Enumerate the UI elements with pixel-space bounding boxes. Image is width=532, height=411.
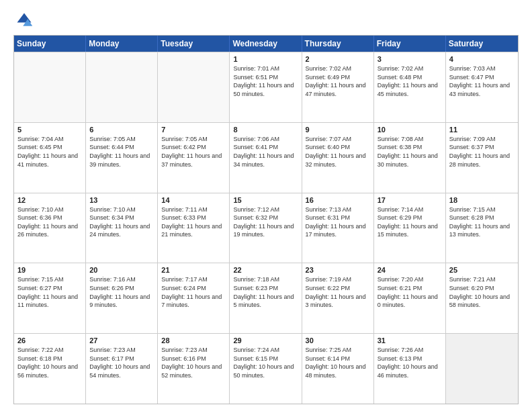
day-cell-1: 1Sunrise: 7:01 AMSunset: 6:51 PMDaylight… [230,52,302,122]
header-day-thursday: Thursday [302,36,374,52]
day-cell-20: 20Sunrise: 7:16 AMSunset: 6:26 PMDayligh… [86,263,158,333]
day-info: Sunrise: 7:05 AMSunset: 6:42 PMDaylight:… [161,135,226,169]
day-number: 24 [378,266,442,274]
page: SundayMondayTuesdayWednesdayThursdayFrid… [0,0,532,411]
day-info: Sunrise: 7:10 AMSunset: 6:34 PMDaylight:… [89,205,154,239]
day-number: 12 [17,196,82,204]
day-cell-4: 4Sunrise: 7:03 AMSunset: 6:47 PMDaylight… [446,52,518,122]
day-info: Sunrise: 7:18 AMSunset: 6:23 PMDaylight:… [233,275,298,309]
day-number: 7 [161,126,226,134]
day-cell-24: 24Sunrise: 7:20 AMSunset: 6:21 PMDayligh… [374,263,446,333]
day-number: 4 [449,55,515,63]
week-row-4: 19Sunrise: 7:15 AMSunset: 6:27 PMDayligh… [14,263,518,333]
day-cell-29: 29Sunrise: 7:24 AMSunset: 6:15 PMDayligh… [230,334,302,404]
day-info: Sunrise: 7:07 AMSunset: 6:40 PMDaylight:… [306,135,370,169]
day-number: 18 [449,196,515,204]
day-number: 28 [161,336,226,345]
day-number: 16 [306,196,370,204]
day-number: 31 [378,336,442,345]
day-info: Sunrise: 7:24 AMSunset: 6:15 PMDaylight:… [233,346,298,379]
day-cell-26: 26Sunrise: 7:22 AMSunset: 6:18 PMDayligh… [14,334,86,404]
day-cell-11: 11Sunrise: 7:09 AMSunset: 6:37 PMDayligh… [446,123,518,193]
day-info: Sunrise: 7:15 AMSunset: 6:27 PMDaylight:… [17,275,82,309]
day-number: 30 [306,336,370,345]
logo [13,11,34,30]
day-cell-8: 8Sunrise: 7:06 AMSunset: 6:41 PMDaylight… [230,123,302,193]
day-cell-16: 16Sunrise: 7:13 AMSunset: 6:31 PMDayligh… [302,193,374,263]
header-day-friday: Friday [374,36,446,52]
day-info: Sunrise: 7:12 AMSunset: 6:32 PMDaylight:… [233,205,298,239]
day-info: Sunrise: 7:02 AMSunset: 6:48 PMDaylight:… [378,64,442,98]
day-cell-31: 31Sunrise: 7:26 AMSunset: 6:13 PMDayligh… [374,334,446,404]
day-info: Sunrise: 7:26 AMSunset: 6:13 PMDaylight:… [378,346,442,379]
day-number: 27 [89,336,154,345]
day-number: 17 [378,196,442,204]
day-number: 25 [449,266,515,274]
day-cell-25: 25Sunrise: 7:21 AMSunset: 6:20 PMDayligh… [446,263,518,333]
day-number: 13 [89,196,154,204]
day-number: 10 [378,126,442,134]
day-number: 20 [89,266,154,274]
day-cell-14: 14Sunrise: 7:11 AMSunset: 6:33 PMDayligh… [158,193,230,263]
day-number: 19 [17,266,82,274]
day-info: Sunrise: 7:20 AMSunset: 6:21 PMDaylight:… [378,275,442,309]
day-number: 2 [306,55,370,63]
day-cell-13: 13Sunrise: 7:10 AMSunset: 6:34 PMDayligh… [86,193,158,263]
header-day-monday: Monday [86,36,158,52]
day-cell-10: 10Sunrise: 7:08 AMSunset: 6:38 PMDayligh… [374,123,446,193]
calendar: SundayMondayTuesdayWednesdayThursdayFrid… [13,35,519,404]
day-number: 1 [233,55,298,63]
day-cell-19: 19Sunrise: 7:15 AMSunset: 6:27 PMDayligh… [14,263,86,333]
day-cell-22: 22Sunrise: 7:18 AMSunset: 6:23 PMDayligh… [230,263,302,333]
day-info: Sunrise: 7:15 AMSunset: 6:28 PMDaylight:… [449,205,515,239]
day-info: Sunrise: 7:22 AMSunset: 6:18 PMDaylight:… [17,346,82,379]
empty-cell [86,52,158,122]
day-info: Sunrise: 7:17 AMSunset: 6:24 PMDaylight:… [161,275,226,309]
day-cell-15: 15Sunrise: 7:12 AMSunset: 6:32 PMDayligh… [230,193,302,263]
day-number: 26 [17,336,82,345]
day-number: 22 [233,266,298,274]
day-cell-23: 23Sunrise: 7:19 AMSunset: 6:22 PMDayligh… [302,263,374,333]
day-info: Sunrise: 7:11 AMSunset: 6:33 PMDaylight:… [161,205,226,239]
day-cell-30: 30Sunrise: 7:25 AMSunset: 6:14 PMDayligh… [302,334,374,404]
day-cell-3: 3Sunrise: 7:02 AMSunset: 6:48 PMDaylight… [374,52,446,122]
header [13,11,519,30]
calendar-body: 1Sunrise: 7:01 AMSunset: 6:51 PMDaylight… [14,52,518,404]
week-row-3: 12Sunrise: 7:10 AMSunset: 6:36 PMDayligh… [14,193,518,263]
day-info: Sunrise: 7:13 AMSunset: 6:31 PMDaylight:… [306,205,370,239]
day-cell-21: 21Sunrise: 7:17 AMSunset: 6:24 PMDayligh… [158,263,230,333]
day-cell-7: 7Sunrise: 7:05 AMSunset: 6:42 PMDaylight… [158,123,230,193]
week-row-5: 26Sunrise: 7:22 AMSunset: 6:18 PMDayligh… [14,333,518,404]
day-info: Sunrise: 7:04 AMSunset: 6:45 PMDaylight:… [17,135,82,169]
day-cell-27: 27Sunrise: 7:23 AMSunset: 6:17 PMDayligh… [86,334,158,404]
day-info: Sunrise: 7:10 AMSunset: 6:36 PMDaylight:… [17,205,82,239]
day-cell-9: 9Sunrise: 7:07 AMSunset: 6:40 PMDaylight… [302,123,374,193]
day-number: 5 [17,126,82,134]
header-day-tuesday: Tuesday [158,36,230,52]
day-info: Sunrise: 7:02 AMSunset: 6:49 PMDaylight:… [306,64,370,98]
day-number: 21 [161,266,226,274]
day-cell-5: 5Sunrise: 7:04 AMSunset: 6:45 PMDaylight… [14,123,86,193]
day-info: Sunrise: 7:25 AMSunset: 6:14 PMDaylight:… [306,346,370,379]
week-row-2: 5Sunrise: 7:04 AMSunset: 6:45 PMDaylight… [14,122,518,193]
day-info: Sunrise: 7:05 AMSunset: 6:44 PMDaylight:… [89,135,154,169]
day-info: Sunrise: 7:23 AMSunset: 6:16 PMDaylight:… [161,346,226,379]
empty-cell [446,334,518,404]
logo-icon [15,11,34,30]
header-day-sunday: Sunday [14,36,86,52]
day-info: Sunrise: 7:09 AMSunset: 6:37 PMDaylight:… [449,135,515,169]
day-cell-6: 6Sunrise: 7:05 AMSunset: 6:44 PMDaylight… [86,123,158,193]
day-info: Sunrise: 7:08 AMSunset: 6:38 PMDaylight:… [378,135,442,169]
header-day-saturday: Saturday [446,36,518,52]
day-cell-17: 17Sunrise: 7:14 AMSunset: 6:29 PMDayligh… [374,193,446,263]
day-number: 9 [306,126,370,134]
day-info: Sunrise: 7:23 AMSunset: 6:17 PMDaylight:… [89,346,154,379]
week-row-1: 1Sunrise: 7:01 AMSunset: 6:51 PMDaylight… [14,52,518,122]
empty-cell [158,52,230,122]
day-info: Sunrise: 7:19 AMSunset: 6:22 PMDaylight:… [306,275,370,309]
day-number: 6 [89,126,154,134]
day-info: Sunrise: 7:06 AMSunset: 6:41 PMDaylight:… [233,135,298,169]
day-number: 14 [161,196,226,204]
day-info: Sunrise: 7:16 AMSunset: 6:26 PMDaylight:… [89,275,154,309]
day-cell-12: 12Sunrise: 7:10 AMSunset: 6:36 PMDayligh… [14,193,86,263]
